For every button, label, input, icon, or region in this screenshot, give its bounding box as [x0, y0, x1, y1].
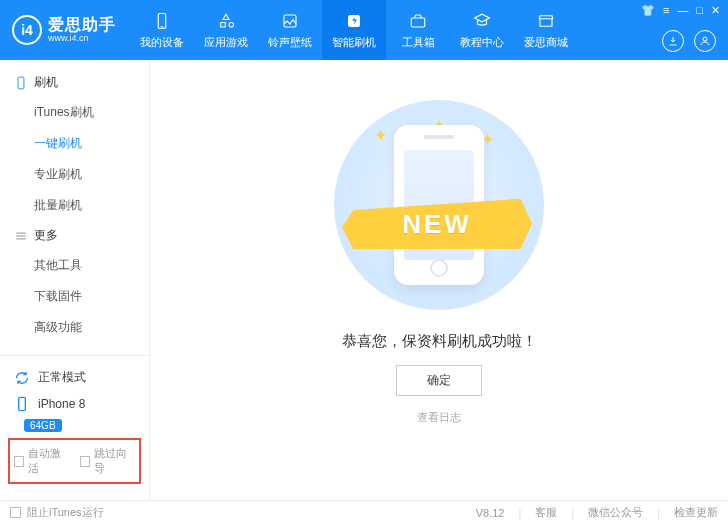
checkbox-label: 自动激活: [28, 446, 69, 476]
apps-icon: [216, 11, 236, 31]
sidebar-group-more: 更多: [0, 221, 149, 250]
sidebar-item-pro-flash[interactable]: 专业刷机: [0, 159, 149, 190]
sidebar-item-itunes-flash[interactable]: iTunes刷机: [0, 97, 149, 128]
nav-tutorials[interactable]: 教程中心: [450, 0, 514, 60]
title-bar: i4 爱思助手 www.i4.cn 我的设备 应用游戏 铃声壁纸 智能刷机 工具…: [0, 0, 728, 60]
device-mode[interactable]: 正常模式: [0, 364, 149, 391]
device-name: iPhone 8: [38, 397, 85, 411]
menu-icon[interactable]: ≡: [663, 4, 669, 17]
nav-apps-games[interactable]: 应用游戏: [194, 0, 258, 60]
window-controls: 👕 ≡ — □ ✕: [641, 4, 720, 17]
flash-options-highlight: 自动激活 跳过向导: [8, 438, 141, 484]
status-bar: 阻止iTunes运行 V8.12 | 客服 | 微信公众号 | 检查更新: [0, 500, 728, 524]
nav-store[interactable]: 爱思商城: [514, 0, 578, 60]
nav-label: 工具箱: [402, 35, 435, 50]
checkbox-skip-wizard[interactable]: 跳过向导: [80, 446, 136, 476]
top-nav: 我的设备 应用游戏 铃声壁纸 智能刷机 工具箱 教程中心 爱思商城: [130, 0, 578, 60]
nav-label: 爱思商城: [524, 35, 568, 50]
brand-name: 爱思助手: [48, 16, 116, 34]
view-log-link[interactable]: 查看日志: [417, 410, 461, 425]
nav-label: 应用游戏: [204, 35, 248, 50]
wechat-link[interactable]: 微信公众号: [588, 505, 643, 520]
sidebar-group-label: 更多: [34, 227, 58, 244]
device-info[interactable]: iPhone 8: [0, 391, 149, 417]
sidebar: 刷机 iTunes刷机 一键刷机 专业刷机 批量刷机 更多 其他工具 下载固件 …: [0, 60, 150, 500]
device-icon: [14, 396, 30, 412]
checkbox-label: 阻止iTunes运行: [27, 505, 104, 520]
phone-icon: [14, 76, 28, 90]
download-button[interactable]: [662, 30, 684, 52]
svg-rect-10: [19, 397, 26, 410]
skin-icon[interactable]: 👕: [641, 4, 655, 17]
new-ribbon: NEW: [342, 196, 532, 252]
ok-button[interactable]: 确定: [396, 365, 482, 396]
sidebar-item-advanced[interactable]: 高级功能: [0, 312, 149, 343]
nav-label: 铃声壁纸: [268, 35, 312, 50]
sidebar-item-onekey-flash[interactable]: 一键刷机: [0, 128, 149, 159]
sparkle-icon: ✦: [374, 126, 387, 145]
brand-url: www.i4.cn: [48, 34, 116, 44]
nav-my-device[interactable]: 我的设备: [130, 0, 194, 60]
sidebar-group-flash: 刷机: [0, 68, 149, 97]
account-button[interactable]: [694, 30, 716, 52]
support-link[interactable]: 客服: [535, 505, 557, 520]
main-content: ✦ ✦ ✦ NEW 恭喜您，保资料刷机成功啦！ 确定 查看日志: [150, 60, 728, 500]
mode-label: 正常模式: [38, 369, 86, 386]
toolbox-icon: [408, 11, 428, 31]
app-logo: i4 爱思助手 www.i4.cn: [8, 15, 124, 45]
nav-label: 我的设备: [140, 35, 184, 50]
sidebar-item-batch-flash[interactable]: 批量刷机: [0, 190, 149, 221]
checkbox-auto-activate[interactable]: 自动激活: [14, 446, 70, 476]
flash-icon: [344, 11, 364, 31]
ribbon-text: NEW: [342, 196, 532, 252]
sidebar-group-label: 刷机: [34, 74, 58, 91]
svg-rect-0: [158, 13, 166, 28]
check-update-link[interactable]: 检查更新: [674, 505, 718, 520]
close-icon[interactable]: ✕: [711, 4, 720, 17]
tutorial-icon: [472, 11, 492, 31]
logo-icon: i4: [12, 15, 42, 45]
nav-label: 智能刷机: [332, 35, 376, 50]
nav-label: 教程中心: [460, 35, 504, 50]
success-illustration: ✦ ✦ ✦ NEW: [334, 100, 544, 310]
refresh-icon: [14, 370, 30, 386]
sidebar-item-other-tools[interactable]: 其他工具: [0, 250, 149, 281]
svg-rect-6: [18, 77, 24, 89]
wallpaper-icon: [280, 11, 300, 31]
success-message: 恭喜您，保资料刷机成功啦！: [342, 332, 537, 351]
version-label: V8.12: [476, 507, 505, 519]
storage-badge: 64GB: [24, 419, 62, 432]
store-icon: [536, 11, 556, 31]
checkbox-block-itunes[interactable]: 阻止iTunes运行: [10, 505, 104, 520]
maximize-icon[interactable]: □: [696, 4, 703, 17]
sidebar-item-download-firmware[interactable]: 下载固件: [0, 281, 149, 312]
nav-smart-flash[interactable]: 智能刷机: [322, 0, 386, 60]
svg-point-5: [703, 37, 707, 41]
minimize-icon[interactable]: —: [677, 4, 688, 17]
nav-toolbox[interactable]: 工具箱: [386, 0, 450, 60]
checkbox-label: 跳过向导: [94, 446, 135, 476]
nav-ringtones[interactable]: 铃声壁纸: [258, 0, 322, 60]
device-icon: [152, 11, 172, 31]
svg-rect-4: [411, 18, 425, 27]
more-icon: [14, 229, 28, 243]
